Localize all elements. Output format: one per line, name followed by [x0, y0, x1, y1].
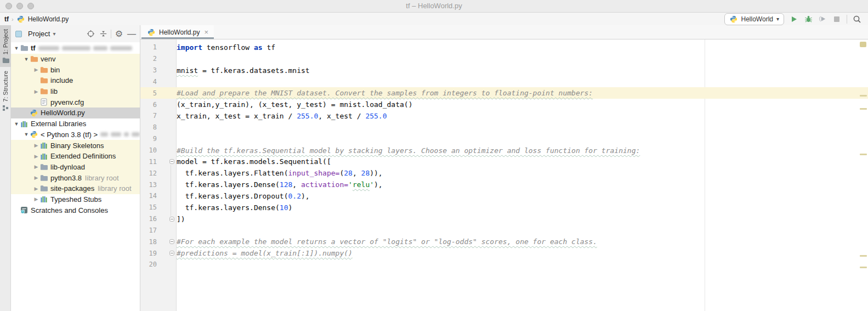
code-line-13[interactable]: 13 tf.keras.layers.Dense(128, activation… [140, 179, 868, 190]
code-line-14[interactable]: 14 tf.keras.layers.Dropout(0.2), [140, 190, 868, 202]
warning-stripe-mark[interactable] [860, 95, 867, 97]
code-text: tf.keras.layers.Dropout(0.2), [177, 192, 310, 200]
fold-marker-icon[interactable] [169, 159, 174, 164]
code-line-3[interactable]: 3mnist = tf.keras.datasets.mnist [140, 65, 868, 76]
line-number[interactable]: 12 [144, 169, 157, 177]
error-stripe-scrollbar[interactable] [859, 39, 868, 311]
collapse-arrow-icon[interactable]: ▼ [13, 46, 20, 51]
close-tab-icon[interactable]: × [204, 28, 208, 36]
fold-marker-icon[interactable] [169, 217, 174, 222]
tree-item-site-packages[interactable]: ▶site-packageslibrary root [11, 183, 140, 194]
tree-item-lib[interactable]: ▶lib [11, 86, 140, 97]
expand-arrow-icon[interactable]: ▶ [33, 196, 39, 202]
line-number[interactable]: 19 [144, 250, 157, 257]
code-line-9[interactable]: 9 [140, 133, 868, 145]
tree-item-tf[interactable]: ▼tf [11, 43, 140, 54]
tree-item-typeshed-stubs[interactable]: ▶Typeshed Stubs [11, 194, 140, 205]
warning-stripe-mark[interactable] [860, 255, 867, 257]
tree-item-python-3-8-tf[interactable]: ▼< Python 3.8 (tf) > [11, 129, 140, 140]
line-number[interactable]: 9 [144, 135, 157, 143]
code-line-5[interactable]: 5#Load and prepare the MNIST dataset. Co… [140, 87, 868, 99]
expand-arrow-icon[interactable]: ▶ [33, 186, 39, 191]
collapse-all-button[interactable] [98, 29, 108, 39]
run-with-coverage-button[interactable] [818, 15, 827, 24]
stop-button[interactable] [832, 15, 841, 24]
breadcrumb-root[interactable]: tf [4, 15, 9, 23]
code-line-15[interactable]: 15 tf.keras.layers.Dense(10) [140, 202, 868, 213]
code-line-4[interactable]: 4 [140, 76, 868, 88]
tree-item-bin[interactable]: ▶bin [11, 64, 140, 75]
code-line-19[interactable]: 19#predictions = model(x_train[:1]).nump… [140, 247, 868, 259]
tab-helloworld-py[interactable]: HelloWorld.py × [141, 25, 214, 39]
debug-button[interactable] [804, 15, 813, 24]
tree-item-venv[interactable]: ▼venv [11, 54, 140, 65]
line-number[interactable]: 11 [144, 158, 157, 166]
expand-arrow-icon[interactable]: ▶ [33, 154, 39, 159]
line-number[interactable]: 3 [144, 66, 157, 74]
code-line-12[interactable]: 12 tf.keras.layers.Flatten(input_shape=(… [140, 167, 868, 179]
line-number[interactable]: 17 [144, 227, 157, 234]
expand-arrow-icon[interactable]: ▶ [33, 143, 39, 148]
warning-stripe-mark[interactable] [860, 267, 867, 268]
line-number[interactable]: 14 [144, 192, 157, 200]
tree-item-extended-definitions[interactable]: ▶Extended Definitions [11, 151, 140, 162]
run-configuration-select[interactable]: HelloWorld ▾ [724, 13, 785, 25]
code-line-18[interactable]: 18#For each example the model returns a … [140, 236, 868, 247]
code-line-1[interactable]: 1import tensorflow as tf [140, 42, 868, 53]
breadcrumb-file[interactable]: HelloWorld.py [28, 15, 69, 23]
code-text: tf.keras.layers.Flatten(input_shape=(28,… [177, 169, 383, 177]
code-editor[interactable]: 1import tensorflow as tf23mnist = tf.ker… [140, 39, 868, 311]
code-line-10[interactable]: 10#Build the tf.keras.Sequential model b… [140, 145, 868, 156]
line-number[interactable]: 4 [144, 78, 157, 86]
tool-window-button----structure[interactable]: 7: Structure [0, 67, 11, 115]
tool-window-button----project[interactable]: 1: Project [0, 25, 11, 67]
line-number[interactable]: 6 [144, 101, 157, 109]
code-line-11[interactable]: 11model = tf.keras.models.Sequential([ [140, 156, 868, 167]
tree-item-helloworld-py[interactable]: HelloWorld.py [11, 108, 140, 118]
collapse-arrow-icon[interactable]: ▼ [23, 132, 30, 137]
run-button[interactable] [790, 15, 798, 24]
line-number[interactable]: 2 [144, 55, 157, 63]
tree-item-lib-dynload[interactable]: ▶lib-dynload [11, 162, 140, 173]
warning-stripe-mark[interactable] [860, 154, 867, 155]
line-number[interactable]: 16 [144, 215, 157, 223]
fold-marker-icon[interactable] [169, 239, 174, 244]
warning-stripe-mark[interactable] [860, 108, 867, 110]
code-line-8[interactable]: 8 [140, 122, 868, 133]
tree-item-binary-skeletons[interactable]: ▶Binary Skeletons [11, 140, 140, 151]
tree-item-python3-8[interactable]: ▶python3.8library root [11, 172, 140, 183]
expand-arrow-icon[interactable]: ▶ [33, 175, 39, 180]
line-number[interactable]: 18 [144, 238, 157, 246]
hide-panel-button[interactable]: — [127, 29, 137, 39]
code-line-6[interactable]: 6(x_train,y_train), (x_test, y_test) = m… [140, 99, 868, 110]
locate-file-button[interactable] [86, 29, 95, 39]
expand-arrow-icon[interactable]: ▶ [33, 67, 39, 72]
line-number[interactable]: 13 [144, 181, 157, 189]
tree-item-external-libraries[interactable]: ▼External Libraries [11, 118, 140, 129]
code-line-16[interactable]: 16]) [140, 213, 868, 225]
settings-gear-icon[interactable]: ⚙ [114, 29, 124, 39]
tree-item-scratches-and-consoles[interactable]: Scratches and Consoles [11, 205, 140, 216]
expand-arrow-icon[interactable]: ▶ [33, 89, 39, 94]
python-icon [30, 109, 38, 117]
collapse-arrow-icon[interactable]: ▼ [13, 121, 20, 127]
line-number[interactable]: 15 [144, 203, 157, 211]
line-number[interactable]: 20 [144, 261, 157, 268]
code-line-7[interactable]: 7x_train, x_test = x_train / 255.0, x_te… [140, 110, 868, 122]
expand-arrow-icon[interactable]: ▶ [33, 164, 39, 169]
code-line-20[interactable]: 20 [140, 259, 868, 270]
inspection-status-indicator[interactable] [860, 42, 866, 47]
tree-item-pyvenv-cfg[interactable]: pyvenv.cfg [11, 97, 140, 108]
search-everywhere-button[interactable] [853, 15, 861, 24]
line-number[interactable]: 10 [144, 146, 157, 154]
code-line-2[interactable]: 2 [140, 53, 868, 65]
line-number[interactable]: 7 [144, 112, 157, 120]
line-number[interactable]: 8 [144, 123, 157, 131]
collapse-arrow-icon[interactable]: ▼ [23, 56, 30, 62]
line-number[interactable]: 5 [144, 89, 157, 97]
code-line-17[interactable]: 17 [140, 225, 868, 236]
line-number[interactable]: 1 [144, 43, 157, 51]
fold-marker-icon[interactable] [169, 251, 174, 256]
tree-item-include[interactable]: include [11, 75, 140, 86]
project-view-select[interactable]: Project [28, 30, 50, 38]
